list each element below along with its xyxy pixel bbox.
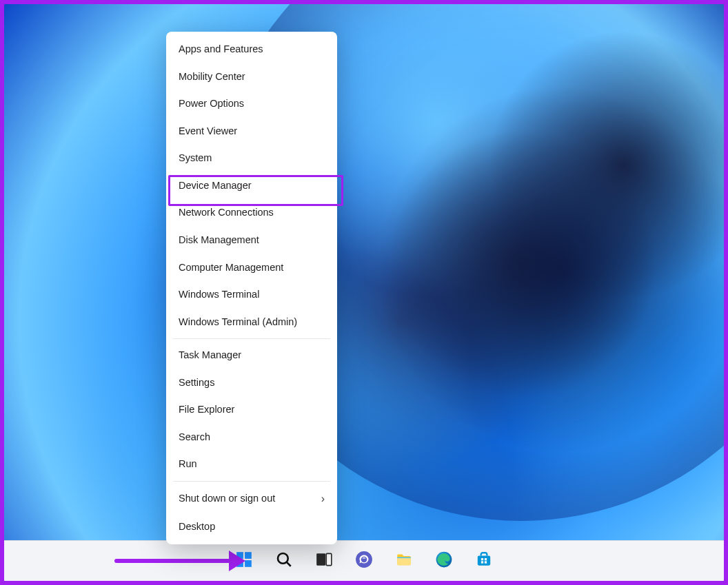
menu-item-computer-management[interactable]: Computer Management bbox=[166, 254, 337, 282]
menu-item-file-explorer[interactable]: File Explorer bbox=[166, 396, 337, 424]
menu-item-system[interactable]: System bbox=[166, 145, 337, 172]
menu-item-label: Settings bbox=[179, 376, 214, 390]
taskbar bbox=[4, 540, 724, 581]
svg-rect-3 bbox=[245, 560, 252, 567]
menu-item-windows-terminal[interactable]: Windows Terminal bbox=[166, 281, 337, 309]
chat-icon bbox=[355, 551, 373, 571]
menu-item-settings[interactable]: Settings bbox=[166, 369, 337, 397]
menu-separator bbox=[173, 481, 330, 482]
menu-item-label: Network Connections bbox=[179, 206, 274, 220]
menu-item-label: Desktop bbox=[179, 520, 215, 534]
edge-icon bbox=[435, 551, 453, 571]
edge-button[interactable] bbox=[429, 546, 459, 576]
menu-item-search[interactable]: Search bbox=[166, 424, 337, 451]
menu-item-label: Windows Terminal bbox=[179, 288, 259, 302]
menu-item-label: Mobility Center bbox=[179, 70, 245, 84]
menu-item-shut-down-or-sign-out[interactable]: Shut down or sign out› bbox=[166, 484, 337, 513]
svg-point-9 bbox=[361, 557, 367, 563]
menu-item-mobility-center[interactable]: Mobility Center bbox=[166, 63, 337, 91]
menu-item-label: Task Manager bbox=[179, 349, 241, 362]
menu-item-device-manager[interactable]: Device Manager bbox=[166, 172, 337, 200]
chevron-right-icon: › bbox=[321, 491, 325, 506]
desktop-wallpaper bbox=[4, 4, 724, 581]
menu-item-windows-terminal-admin[interactable]: Windows Terminal (Admin) bbox=[166, 309, 337, 336]
task-view-button[interactable] bbox=[309, 546, 339, 576]
svg-point-4 bbox=[278, 553, 288, 564]
menu-item-task-manager[interactable]: Task Manager bbox=[166, 342, 337, 369]
start-button[interactable] bbox=[229, 546, 259, 576]
svg-line-5 bbox=[287, 562, 291, 566]
menu-item-label: Apps and Features bbox=[179, 43, 263, 57]
menu-item-label: Windows Terminal (Admin) bbox=[179, 316, 297, 329]
windows-logo-icon bbox=[235, 551, 253, 571]
svg-rect-16 bbox=[485, 561, 487, 563]
menu-item-run[interactable]: Run bbox=[166, 451, 337, 478]
menu-item-label: Search bbox=[179, 431, 210, 444]
menu-separator bbox=[173, 338, 330, 339]
menu-item-label: Power Options bbox=[179, 97, 244, 111]
chat-button[interactable] bbox=[349, 546, 379, 576]
menu-item-label: Computer Management bbox=[179, 261, 283, 275]
task-view-icon bbox=[315, 551, 333, 571]
menu-item-label: File Explorer bbox=[179, 403, 234, 417]
menu-item-label: System bbox=[179, 152, 212, 165]
search-icon bbox=[275, 551, 293, 571]
screenshot-frame: Apps and FeaturesMobility CenterPower Op… bbox=[0, 0, 728, 585]
menu-item-label: Shut down or sign out bbox=[179, 492, 275, 506]
store-icon bbox=[475, 551, 493, 571]
menu-item-apps-and-features[interactable]: Apps and Features bbox=[166, 36, 337, 63]
menu-item-label: Device Manager bbox=[179, 179, 252, 193]
power-user-menu: Apps and FeaturesMobility CenterPower Op… bbox=[166, 32, 337, 544]
svg-rect-0 bbox=[236, 552, 243, 559]
svg-rect-12 bbox=[478, 556, 490, 566]
svg-rect-15 bbox=[481, 561, 483, 563]
folder-icon bbox=[395, 551, 413, 571]
search-button[interactable] bbox=[269, 546, 299, 576]
svg-rect-6 bbox=[316, 553, 325, 565]
menu-item-power-options[interactable]: Power Options bbox=[166, 90, 337, 118]
menu-item-disk-management[interactable]: Disk Management bbox=[166, 227, 337, 254]
svg-rect-1 bbox=[245, 552, 252, 559]
menu-item-event-viewer[interactable]: Event Viewer bbox=[166, 118, 337, 145]
menu-item-label: Event Viewer bbox=[179, 125, 237, 138]
svg-rect-13 bbox=[481, 558, 483, 560]
menu-item-desktop[interactable]: Desktop bbox=[166, 513, 337, 541]
menu-item-network-connections[interactable]: Network Connections bbox=[166, 199, 337, 227]
svg-rect-2 bbox=[236, 560, 243, 567]
svg-rect-10 bbox=[397, 557, 411, 559]
svg-rect-7 bbox=[326, 553, 332, 565]
microsoft-store-button[interactable] bbox=[469, 546, 499, 576]
file-explorer-button[interactable] bbox=[389, 546, 419, 576]
menu-item-label: Run bbox=[179, 458, 197, 471]
menu-item-label: Disk Management bbox=[179, 234, 259, 247]
svg-rect-14 bbox=[485, 558, 487, 560]
